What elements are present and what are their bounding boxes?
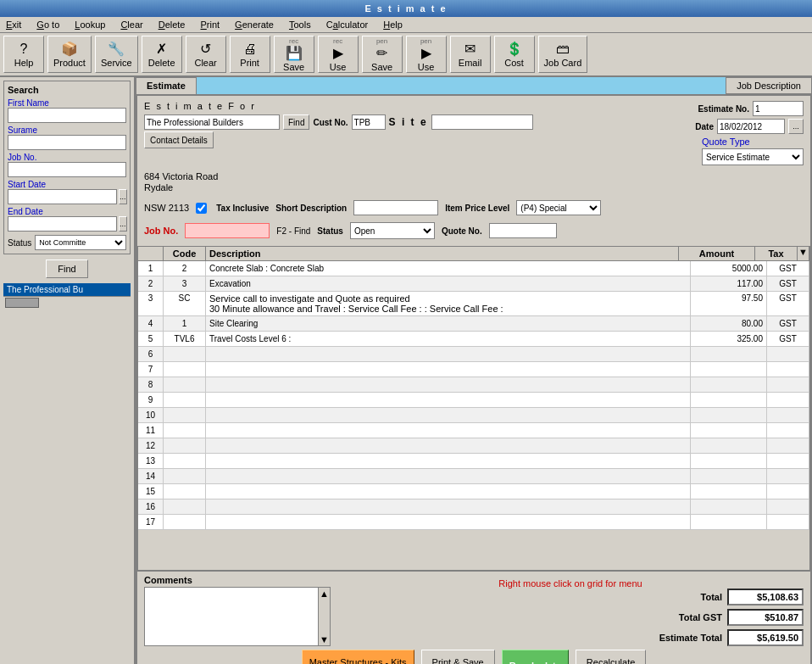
menu-clear[interactable]: Clear [118, 19, 145, 31]
address-line-2: Rydale [144, 182, 804, 193]
delete-button[interactable]: ✗ Delete [142, 36, 182, 73]
contact-details-button[interactable]: Contact Details [144, 131, 214, 148]
job-card-button[interactable]: 🗃 Job Card [538, 36, 588, 73]
pen-save-button[interactable]: pen ✏ Save [362, 36, 403, 73]
main-container: Search First Name Surame Job No. Start D… [0, 77, 812, 664]
quote-type-label: Quote Type [702, 137, 804, 147]
menu-delete[interactable]: Delete [156, 19, 188, 31]
calendar-button[interactable]: ... [788, 119, 804, 134]
row-num: 12 [138, 438, 164, 453]
recalculate-save-button[interactable]: Recalculate + Save [502, 650, 569, 664]
status-field-select[interactable]: Open [350, 222, 435, 239]
estimate-header: E s t i m a t e F o r Find Cust No. S i … [137, 96, 810, 246]
master-structures-button[interactable]: Master Structures - Kits [302, 650, 414, 664]
comments-textarea[interactable] [145, 588, 318, 645]
delete-icon: ✗ [156, 41, 167, 57]
table-row: 8 [138, 377, 809, 393]
menu-generate[interactable]: Generate [232, 19, 276, 31]
table-row: 10 [138, 408, 809, 423]
status-select[interactable]: Not Committe [35, 235, 126, 250]
print-save-button[interactable]: Print & Save [421, 650, 495, 664]
row-code: 1 [164, 316, 206, 331]
menu-help[interactable]: Help [381, 19, 405, 31]
row-desc: Service call to investigate and Quote as… [206, 292, 691, 315]
menu-print[interactable]: Print [197, 19, 222, 31]
address-section: 684 Victoria Road Rydale [144, 169, 804, 195]
email-button[interactable]: ✉ Email [450, 36, 491, 73]
print-icon: 🖨 [243, 42, 257, 57]
product-button[interactable]: 📦 Product [47, 36, 92, 73]
col-amount: Amount [679, 247, 755, 260]
tab-estimate[interactable]: Estimate [136, 77, 197, 94]
help-button[interactable]: ? Help [3, 36, 44, 73]
cust-no-input[interactable] [352, 114, 386, 130]
total-gst-label: Total GST [629, 612, 722, 622]
comments-scrollbar[interactable]: ▲ ▼ [318, 588, 330, 645]
date-input[interactable] [717, 119, 785, 134]
item-price-label: Item Price Level [445, 204, 509, 213]
quote-no-input[interactable] [489, 223, 557, 238]
tax-inclusive-label: Tax Inclusive [216, 204, 269, 213]
tab-job-description[interactable]: Job Description [726, 77, 812, 94]
clear-button[interactable]: ↺ Clear [186, 36, 226, 73]
print-button[interactable]: 🖨 Print [230, 36, 270, 73]
left-panel-scrollbar[interactable] [3, 296, 131, 308]
row-amount: 80.00 [691, 316, 767, 331]
service-button[interactable]: 🔧 Service [95, 36, 138, 73]
short-desc-input[interactable] [353, 200, 438, 215]
quote-type-select[interactable]: Service Estimate [702, 148, 804, 165]
quote-no-label: Quote No. [442, 226, 482, 236]
surname-input[interactable] [8, 135, 126, 150]
row-desc: Site Clearing [206, 316, 691, 331]
estimate-area: E s t i m a t e F o r Find Cust No. S i … [136, 94, 812, 664]
row-num: 7 [138, 362, 164, 377]
estimate-no-input[interactable] [753, 101, 804, 116]
row-amount: 117.00 [691, 276, 767, 291]
job-no-input[interactable] [8, 162, 126, 177]
menu-calculator[interactable]: Calculator [324, 19, 371, 31]
recalculate-button[interactable]: Recalculate [576, 650, 646, 664]
quote-type-section: Quote Type Service Estimate [702, 137, 804, 165]
job-card-icon: 🗃 [556, 42, 570, 57]
menu-exit[interactable]: Exit [3, 19, 24, 31]
row-num: 8 [138, 377, 164, 392]
pen-use-button[interactable]: pen ▶ Use [406, 36, 447, 73]
customer-name-input[interactable] [144, 114, 280, 130]
col-description: Description [206, 247, 679, 260]
cost-button[interactable]: 💲 Cost [494, 36, 535, 73]
table-row: 5 TVL6 Travel Costs Level 6 : 325.00 GST [138, 332, 809, 347]
row-amount: 5000.00 [691, 261, 767, 276]
scroll-thumb[interactable] [5, 298, 39, 308]
email-icon: ✉ [464, 41, 476, 57]
job-no-field-input[interactable] [185, 223, 270, 238]
end-date-input[interactable] [8, 216, 117, 232]
table-row: 11 [138, 423, 809, 438]
end-date-label: End Date [8, 207, 126, 216]
table-row: 3 SC Service call to investigate and Quo… [138, 292, 809, 316]
total-gst-value [727, 609, 804, 626]
start-date-input[interactable] [8, 189, 117, 204]
rec-use-button[interactable]: rec ▶ Use [318, 36, 359, 73]
customer-find-button[interactable]: Find [283, 114, 309, 130]
est-no-label: Estimate No. [698, 104, 749, 114]
row-tax: GST [767, 276, 809, 291]
menu-tools[interactable]: Tools [286, 19, 314, 31]
row-tax: GST [767, 292, 809, 315]
clear-icon: ↺ [200, 41, 211, 57]
menu-lookup[interactable]: Lookup [72, 19, 108, 31]
menu-goto[interactable]: Go to [34, 19, 62, 31]
end-date-picker[interactable]: ... [119, 216, 127, 232]
comments-label: Comments [144, 575, 331, 585]
row-num: 1 [138, 261, 164, 276]
site-input[interactable] [431, 114, 533, 130]
first-name-input[interactable] [8, 108, 126, 123]
status-field-label: Status [317, 226, 343, 236]
start-date-picker[interactable]: ... [119, 189, 127, 204]
f2-find-label: F2 - Find [276, 226, 310, 236]
tax-inclusive-checkbox[interactable] [196, 203, 207, 214]
table-row: 16 [138, 499, 809, 515]
find-button[interactable]: Find [46, 259, 88, 278]
search-result-item[interactable]: The Professional Bu [3, 283, 131, 296]
rec-save-button[interactable]: rec 💾 Save [274, 36, 314, 73]
item-price-select[interactable]: (P4) Special [516, 200, 601, 215]
